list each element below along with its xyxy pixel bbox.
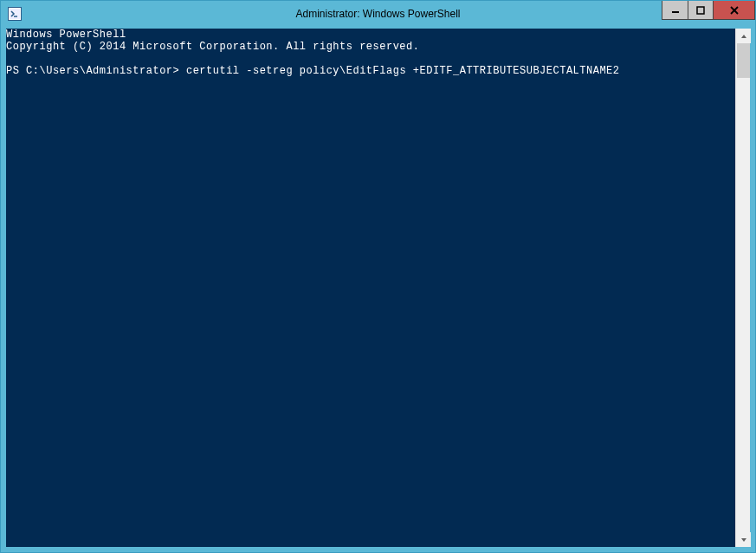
console-prompt-line: PS C:\Users\Administrator> certutil -set… bbox=[6, 65, 735, 77]
svg-line-5 bbox=[731, 7, 738, 14]
console-wrapper: Windows PowerShellCopyright (C) 2014 Mic… bbox=[6, 29, 750, 547]
svg-line-4 bbox=[731, 7, 738, 14]
console-line-header1: Windows PowerShell bbox=[6, 29, 735, 41]
console-line-header2: Copyright (C) 2014 Microsoft Corporation… bbox=[6, 41, 735, 53]
console-output[interactable]: Windows PowerShellCopyright (C) 2014 Mic… bbox=[6, 29, 735, 547]
powershell-window: Administrator: Windows PowerShell bbox=[0, 0, 756, 553]
window-controls bbox=[662, 1, 755, 20]
close-button[interactable] bbox=[714, 1, 755, 20]
scroll-thumb[interactable] bbox=[737, 43, 750, 78]
vertical-scrollbar[interactable] bbox=[735, 29, 750, 547]
client-area: Windows PowerShellCopyright (C) 2014 Mic… bbox=[1, 27, 755, 552]
powershell-icon bbox=[8, 7, 22, 21]
maximize-button[interactable] bbox=[688, 1, 714, 20]
svg-rect-3 bbox=[697, 7, 704, 14]
scroll-down-button[interactable] bbox=[736, 532, 751, 547]
titlebar[interactable]: Administrator: Windows PowerShell bbox=[1, 1, 755, 27]
console-prompt: PS C:\Users\Administrator> bbox=[6, 65, 179, 77]
console-command: certutil -setreg policy\EditFlags +EDITF… bbox=[186, 65, 620, 77]
window-title: Administrator: Windows PowerShell bbox=[295, 8, 460, 20]
minimize-button[interactable] bbox=[662, 1, 688, 20]
scroll-up-button[interactable] bbox=[736, 29, 751, 43]
